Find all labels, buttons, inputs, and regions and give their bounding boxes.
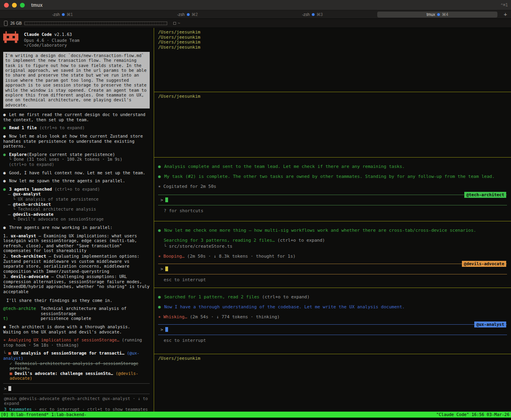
devils-advocate-badge: @devils-advocate	[462, 261, 506, 267]
tool-call-read: ● Read 1 file (ctrl+o to expand)	[3, 125, 150, 130]
spinner-status: ∗ Booping… (2m 50s · ↓ 8.3k tokens · tho…	[158, 254, 507, 259]
app-name: Claude Code	[24, 32, 52, 37]
spinner-meta: (2m 54s · ↓ 774 tokens · thinking)	[187, 314, 280, 319]
tool-call-search: ● Searched for 1 pattern, read 2 files (…	[158, 294, 507, 300]
spinner-text: ∗ Cogitated for 2m 50s	[158, 184, 216, 189]
message-text: Now let me also look at how the current …	[3, 134, 143, 148]
tree-branch-icon: └	[13, 217, 15, 221]
devils-advocate-pane[interactable]: ● Now let me check one more thing — how …	[154, 221, 511, 288]
message-text: Three agents are now working in parallel…	[9, 225, 113, 230]
memory-icon	[4, 21, 8, 26]
agent-task: UX analysis of state persistence	[18, 197, 99, 201]
bullet-icon: ●	[3, 152, 6, 157]
tree-branch-icon: └	[13, 207, 15, 211]
tab-zsh-2[interactable]: -zsh⌘2	[125, 10, 250, 18]
list-item: 2. tech-architect — Evaluating implement…	[3, 254, 150, 274]
status-bar: 26 GB ~	[0, 19, 511, 28]
window-title: tmux	[31, 2, 43, 8]
tab-bar: -zsh⌘1 -zsh⌘2 -zsh⌘3 tmux⌘4 +	[0, 10, 511, 19]
assistant-message: ● Let me first read the current design d…	[3, 112, 150, 122]
user-message: I'm writing a design doc `docs/new-trans…	[3, 52, 150, 108]
claude-header: Claude Code v2.1.63 Opus 4.6 · Claude Te…	[3, 31, 150, 48]
tab-shortcut: ⌘1	[67, 12, 73, 17]
devils-advocate-input[interactable]: @devils-advocate >	[158, 264, 507, 274]
tab-tmux-4[interactable]: tmux⌘4	[375, 10, 500, 18]
assistant-message: ● Tech architect is done with a thorough…	[3, 324, 150, 334]
check-icon: ✓	[10, 361, 12, 366]
spinner-status: ∗ Cogitated for 2m 50s	[158, 184, 507, 189]
agent-name: ux-analyst	[11, 233, 36, 238]
bullet-icon: ●	[3, 170, 6, 175]
keyboard-hint: ? for shortcuts	[158, 208, 507, 213]
prompt-chevron-icon: >	[160, 266, 163, 272]
file-path: src/store/createStore.ts	[169, 244, 232, 249]
bullet-icon: ●	[158, 294, 161, 300]
tab-activity-icon	[62, 13, 65, 16]
shell-pane-1[interactable]: /Users/jeesunkim /Users/jeesunkim /Users…	[154, 28, 511, 92]
tech-architect-input[interactable]: @tech-architect >	[158, 195, 507, 205]
tab-label: -zsh	[302, 12, 310, 17]
tool-result: └ src/store/createStore.ts	[158, 244, 507, 249]
tool-args: (Explore current state persistence)	[27, 152, 115, 157]
window-titlebar: tmux ⌃⌘1	[0, 0, 511, 10]
assistant-message: ● Now let me spawn the three agents in p…	[3, 178, 150, 183]
tmux-status-bar: [0] 0:lab-frontend* 1:lab-backend- "Clau…	[0, 412, 511, 418]
assistant-message: I'll share their findings as they come i…	[3, 298, 150, 303]
tab-zsh-3[interactable]: -zsh⌘3	[250, 10, 375, 18]
tool-result: Done (31 tool uses · 100.2k tokens · 1m …	[14, 157, 123, 162]
tree-dash-icon: —	[8, 202, 10, 207]
spinner-meta: (2m 50s · ↓ 8.3k tokens · thought for 1s…	[184, 254, 295, 259]
close-window-button[interactable]	[4, 3, 9, 8]
agent-name: @tech-architect	[13, 202, 51, 207]
message-text: Tech architect is done with a thorough a…	[3, 324, 130, 334]
shell-path: /Users/jeesunkim	[158, 94, 507, 99]
ux-analyst-input[interactable]: @ux-analyst >	[158, 324, 507, 335]
expand-hint: (ctrl+o to expand)	[259, 294, 310, 300]
tool-label: Explore	[9, 152, 27, 157]
shell-indicator-icon: ~	[173, 21, 180, 26]
minimize-window-button[interactable]	[12, 3, 17, 8]
task-item: ■ Devil's advocate: challenge sessionSto…	[3, 371, 150, 381]
new-tab-button[interactable]: +	[500, 10, 511, 18]
keyboard-hint: esc to interrupt	[158, 277, 507, 282]
shell-path: /Users/jeesunkim	[158, 40, 507, 45]
assistant-message: ● Three agents are now working in parall…	[3, 225, 150, 230]
expand-hint: (ctrl+o to expand)	[54, 187, 100, 191]
message-text: Now I have a thorough understanding of t…	[164, 304, 405, 310]
bullet-icon: ●	[158, 164, 161, 169]
ux-analyst-badge: @ux-analyst	[474, 321, 506, 327]
expand-hint: (ctrl+o to expand)	[3, 162, 150, 167]
agent-name: devils-advocate	[11, 274, 49, 279]
claude-main-pane[interactable]: Claude Code v2.1.63 Opus 4.6 · Claude Te…	[0, 28, 154, 412]
shell-pane-3[interactable]: /Users/jeesunkim	[154, 354, 511, 412]
tool-label: 3 agents launched	[9, 187, 52, 191]
tmux-window-list[interactable]: [0] 0:lab-frontend* 1:lab-backend-	[1, 412, 87, 418]
list-item: 3. devils-advocate — Challenging assumpt…	[3, 274, 150, 294]
task-text: Technical architecture analysis of sessi…	[10, 361, 138, 371]
message-text: Analysis complete and sent to the team l…	[164, 164, 405, 169]
tree-branch-icon: └	[3, 351, 6, 355]
task-text: UX analysis of sessionStorage for transa…	[13, 351, 124, 355]
message-text: I'll share their findings as they come i…	[6, 298, 113, 303]
task-marker-icon: ■	[10, 371, 12, 376]
agent-message: ● My task (#2) is complete. The other tw…	[158, 174, 507, 179]
claude-prompt-input[interactable]: >	[3, 383, 150, 394]
agent-message: ● Now I have a thorough understanding of…	[158, 304, 507, 310]
zoom-window-button[interactable]	[20, 3, 25, 8]
text-cursor	[8, 386, 11, 391]
agents-summary-list: 1. ux-analyst — Examining UX implication…	[3, 233, 150, 295]
ux-analyst-pane[interactable]: ● Searched for 1 pattern, read 2 files (…	[154, 288, 511, 354]
tab-zsh-1[interactable]: -zsh⌘1	[0, 10, 125, 18]
task-text: Devil's advocate: challenge sessionSto…	[15, 371, 113, 376]
prompt-chevron-icon: >	[160, 327, 163, 332]
tech-architect-pane[interactable]: ● Analysis complete and sent to the team…	[154, 158, 511, 221]
tree-branch-icon: └	[164, 244, 166, 249]
spinner-text: ∗ Whisking…	[158, 314, 187, 319]
assistant-message: ● Now let me also look at how the curren…	[3, 134, 150, 149]
tab-label: tmux	[426, 12, 435, 17]
shell-path: /Users/jeesunkim	[158, 356, 507, 361]
message-text: Now let me spawn the three agents in par…	[9, 178, 125, 183]
spinner-status: ∗ Analyzing UX implications of sessionSt…	[3, 337, 150, 347]
shell-pane-2[interactable]: /Users/jeesunkim	[154, 92, 511, 158]
tab-activity-icon	[437, 13, 440, 16]
